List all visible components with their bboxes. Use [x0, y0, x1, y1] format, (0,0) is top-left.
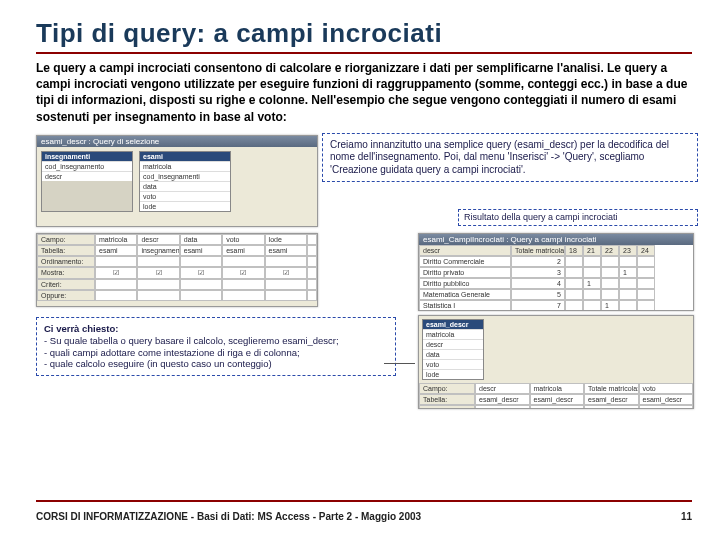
cell — [95, 279, 137, 290]
cell: esami_descr — [639, 394, 694, 405]
cell — [222, 279, 264, 290]
row-label: Oppure: — [37, 290, 95, 301]
callout-subtitle: Ci verrà chiesto: — [44, 323, 388, 335]
field: lode — [423, 369, 483, 379]
table-insegnamenti: insegnamenti cod_insegnamento descr — [41, 151, 133, 212]
cell — [265, 290, 307, 301]
col-header: descr — [419, 245, 511, 256]
cell: insegnamenti — [137, 245, 179, 256]
cell — [601, 267, 619, 278]
cell: lode — [265, 234, 307, 245]
col-header: Totale matricola — [511, 245, 565, 256]
cell — [637, 267, 655, 278]
footer-text: CORSI DI INFORMATIZZAZIONE - Basi di Dat… — [36, 511, 421, 522]
field: matricola — [140, 161, 230, 171]
callout-item: - quale calcolo eseguire (in questo caso… — [44, 358, 388, 370]
cell — [619, 278, 637, 289]
screenshot-crosstab-result: esami_CampiIncrociati : Query a campi in… — [418, 233, 694, 311]
footer-line — [36, 500, 692, 502]
content-area: esami_descr : Query di selezione insegna… — [36, 131, 692, 421]
cell: esami_descr — [475, 394, 530, 405]
cell: 4 — [511, 278, 565, 289]
checkbox-icon: ☑ — [265, 267, 307, 279]
cell — [583, 267, 601, 278]
cell: 1 — [583, 278, 601, 289]
cell — [637, 256, 655, 267]
checkbox-icon: ☑ — [222, 267, 264, 279]
field: voto — [423, 359, 483, 369]
field: cod_insegnamento — [42, 161, 132, 171]
cell: esami_descr — [530, 394, 585, 405]
cell: Conteggio — [530, 405, 585, 409]
row-label: Criteri: — [37, 279, 95, 290]
field: cod_insegnamenti — [140, 171, 230, 181]
cell — [565, 289, 583, 300]
cell — [583, 289, 601, 300]
cell — [637, 289, 655, 300]
callout-item: - quali campi adottare come intestazione… — [44, 347, 388, 359]
cell: Diritto privato — [419, 267, 511, 278]
cell — [137, 256, 179, 267]
cell — [601, 289, 619, 300]
cell — [222, 256, 264, 267]
cell — [565, 256, 583, 267]
title-underline — [36, 52, 692, 54]
screenshot-qbe-grid: Campo: matricola descr data voto lode Ta… — [36, 233, 318, 307]
cell: Diritto pubblico — [419, 278, 511, 289]
cell — [180, 290, 222, 301]
cell: Totale matricola: matricola — [584, 383, 639, 394]
cell: esami — [95, 245, 137, 256]
cell: 7 — [511, 300, 565, 311]
cell — [307, 245, 317, 256]
screenshot-query-design: esami_descr : Query di selezione insegna… — [36, 135, 318, 227]
cell — [95, 256, 137, 267]
cell — [307, 290, 317, 301]
cell: Diritto Commerciale — [419, 256, 511, 267]
table-header: insegnamenti — [42, 152, 132, 161]
row-label: Campo: — [37, 234, 95, 245]
cell: esami — [180, 245, 222, 256]
cell: esami_descr — [584, 394, 639, 405]
checkbox-icon: ☑ — [137, 267, 179, 279]
checkbox-icon: ☑ — [95, 267, 137, 279]
cell — [583, 256, 601, 267]
field: data — [140, 181, 230, 191]
field: descr — [42, 171, 132, 181]
cell: descr — [137, 234, 179, 245]
cell: 1 — [619, 267, 637, 278]
screenshot-crosstab-design: esami_descr matricola descr data voto lo… — [418, 315, 694, 409]
cell: Matematica Generale — [419, 289, 511, 300]
cell — [619, 289, 637, 300]
row-label: Mostra: — [37, 267, 95, 279]
col-header: 18 — [565, 245, 583, 256]
cell — [265, 256, 307, 267]
field: data — [423, 349, 483, 359]
body-text: Le query a campi incrociati consentono d… — [36, 60, 692, 125]
table-esami: esami matricola cod_insegnamenti data vo… — [139, 151, 231, 212]
table-esami-descr: esami_descr matricola descr data voto lo… — [422, 319, 484, 380]
field: lode — [140, 201, 230, 211]
field: voto — [140, 191, 230, 201]
table-header: esami_descr — [423, 320, 483, 329]
cell: 1 — [601, 300, 619, 311]
window-titlebar: esami_descr : Query di selezione — [37, 136, 317, 147]
cell — [180, 279, 222, 290]
cell — [565, 278, 583, 289]
callout-item: - Su quale tabella o query basare il cal… — [44, 335, 388, 347]
callout-result-label: Risultato della query a campi incrociati — [458, 209, 698, 226]
cell: 5 — [511, 289, 565, 300]
cell: 3 — [511, 267, 565, 278]
checkbox-icon: ☑ — [180, 267, 222, 279]
row-label: Tabella: — [37, 245, 95, 256]
cell — [137, 279, 179, 290]
cell — [265, 279, 307, 290]
col-header: 23 — [619, 245, 637, 256]
cell: matricola — [95, 234, 137, 245]
cell: esami — [265, 245, 307, 256]
col-header: 22 — [601, 245, 619, 256]
cell: Raggruppamento — [639, 405, 694, 409]
cell — [619, 300, 637, 311]
cell — [307, 234, 317, 245]
cell — [601, 256, 619, 267]
field: descr — [423, 339, 483, 349]
